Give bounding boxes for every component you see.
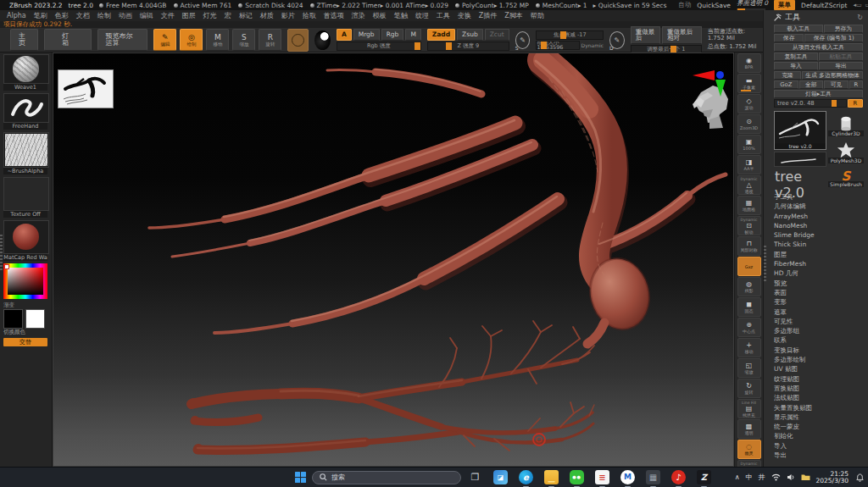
shelf-button[interactable]: ▩透明 xyxy=(737,419,761,439)
notification-bell-icon[interactable] xyxy=(854,473,865,483)
menu-item[interactable]: 纹理 xyxy=(415,11,429,20)
shelf-button[interactable]: Dynamic△透视 xyxy=(737,175,761,195)
subpalette-header[interactable]: 导入 xyxy=(774,441,863,451)
rgb-button[interactable]: Rgb xyxy=(381,29,404,41)
menu-item[interactable]: 图层 xyxy=(182,11,196,20)
refresh-icon[interactable]: ↻ xyxy=(857,14,863,21)
sphere-preview-button[interactable] xyxy=(314,30,331,50)
subpalette-header[interactable]: Thick Skin xyxy=(774,240,863,249)
tool-r-button[interactable]: R xyxy=(848,99,863,108)
subpalette-header[interactable]: Slime Bridge xyxy=(774,230,863,240)
main-color-swatch[interactable] xyxy=(3,309,23,329)
shelf-button[interactable]: Gxz xyxy=(737,257,761,276)
menu-item[interactable]: 色彩 xyxy=(55,11,69,20)
preview-boolean-button[interactable]: 预览布尔运算 xyxy=(97,29,148,51)
export-button[interactable]: 导出 xyxy=(819,62,863,70)
wifi-icon[interactable] xyxy=(771,473,781,481)
shelf-button[interactable]: ◱缩放 xyxy=(737,358,761,378)
subpalette-header[interactable]: 矢量置换贴图 xyxy=(774,403,863,412)
goz-button[interactable]: GoZ xyxy=(774,80,798,89)
menu-item[interactable]: 宏 xyxy=(225,11,231,20)
tray-grip-handle[interactable] xyxy=(0,235,3,272)
taskbar-app[interactable]: ≡ xyxy=(594,469,610,485)
subpalette-header[interactable]: UV 贴图 xyxy=(774,364,863,374)
paste-tool-button[interactable]: 粘贴工具 xyxy=(819,53,863,61)
recent-tool-simplebrush[interactable]: S SimpleBrush xyxy=(828,165,864,187)
clock[interactable]: 21:25 2025/3/30 xyxy=(816,471,849,484)
brush-selector[interactable]: Weave1 xyxy=(3,54,48,91)
lightbox-tool-button[interactable]: 灯箱▸工具 xyxy=(774,90,863,98)
subpalette-header[interactable]: 遮罩 xyxy=(774,307,863,317)
subpalette-header[interactable]: 变形 xyxy=(774,297,863,307)
menu-item[interactable]: 文档 xyxy=(76,11,90,20)
taskbar-app[interactable]: ❐ xyxy=(467,469,483,485)
taskbar-app[interactable]: ●● xyxy=(569,469,585,485)
search-input[interactable]: 搜索 xyxy=(312,471,461,484)
shelf-button[interactable]: ◌幽灵 xyxy=(737,440,761,459)
subpalette-header[interactable]: 多边形绘制 xyxy=(774,355,863,364)
menu-item[interactable]: 变换 xyxy=(458,11,471,20)
lightbox-button[interactable]: 灯箱 xyxy=(44,29,91,51)
taskbar-app[interactable]: e xyxy=(518,469,534,485)
import-button[interactable]: 导入 xyxy=(774,62,818,70)
menu-item[interactable]: 笔刷 xyxy=(34,11,47,20)
ime-mode-icon[interactable]: 井 xyxy=(759,473,765,482)
material-selector[interactable]: MatCap Red Wa xyxy=(3,220,48,261)
subpalette-header[interactable]: 多边形组 xyxy=(774,326,863,335)
mode-button[interactable]: M移动 xyxy=(206,29,229,51)
save-as-button[interactable]: 另存为 xyxy=(824,25,863,33)
shelf-button[interactable]: ▦地面格 xyxy=(737,196,761,215)
menu-item[interactable]: 绘制 xyxy=(97,11,111,20)
taskbar-app[interactable]: ▦ xyxy=(645,469,661,485)
selected-tool-thumbnail[interactable]: tree v2.0 xyxy=(774,111,826,150)
save-numbered-button[interactable]: 保存 (编号加 1) xyxy=(804,34,863,42)
menu-item[interactable]: 笔触 xyxy=(394,11,408,20)
clone-button[interactable]: 克隆 xyxy=(774,71,801,80)
menu-item[interactable]: Alpha xyxy=(7,12,26,19)
save-button[interactable]: 保存 xyxy=(774,34,804,42)
menu-item[interactable]: 模板 xyxy=(373,11,387,20)
mode-button[interactable]: ✎编辑 xyxy=(153,29,176,51)
shelf-button[interactable]: Dynamic⊡帧动 xyxy=(737,216,761,235)
dynamic-d-icon[interactable]: ✎D xyxy=(609,31,625,49)
subpalette-header[interactable]: HD 几何 xyxy=(774,268,863,278)
active-tool-slider[interactable]: tree v2.0. 48 xyxy=(774,99,847,108)
menu-item[interactable]: 工具 xyxy=(437,11,450,20)
shelf-button[interactable]: Line Fill▤线填充 xyxy=(737,399,761,418)
saturation-value-area[interactable] xyxy=(8,268,43,295)
subpalette-header[interactable]: 纹理贴图 xyxy=(774,374,863,384)
goz-visible-button[interactable]: 可见 xyxy=(824,80,849,89)
menu-button[interactable]: 菜单 xyxy=(774,0,795,10)
shelf-button[interactable]: ◼固态 xyxy=(737,297,761,317)
quicksave-button[interactable]: QuickSave xyxy=(697,2,731,9)
menu-item[interactable]: Z脚本 xyxy=(504,11,522,20)
ime-indicator[interactable]: 中 xyxy=(746,473,753,482)
menu-item[interactable]: 帮助 xyxy=(531,11,544,20)
load-from-project-button[interactable]: 从项目文件载入工具 xyxy=(774,43,863,52)
menu-item[interactable]: 动画 xyxy=(119,11,132,20)
dock-grip-handle[interactable] xyxy=(764,246,766,283)
m-button[interactable]: M xyxy=(405,29,420,41)
recent-tool-tree[interactable]: tree v2.0 xyxy=(774,152,826,167)
subpalette-header[interactable]: 图层 xyxy=(774,250,863,259)
subpalette-header[interactable]: ArrayMesh xyxy=(774,212,863,221)
goz-all-button[interactable]: 全部 xyxy=(799,80,824,89)
menu-item[interactable]: 标记 xyxy=(239,11,253,20)
zsub-button[interactable]: Zsub xyxy=(457,29,483,41)
shelf-button[interactable]: ⊙Zoom3D xyxy=(737,114,761,134)
secondary-color-swatch[interactable] xyxy=(25,309,45,329)
menu-item[interactable]: 渲染 xyxy=(352,11,365,20)
shelf-button[interactable]: ◍残影 xyxy=(737,277,761,296)
texture-selector[interactable]: Texture Off xyxy=(3,177,48,218)
load-tool-button[interactable]: 载入工具 xyxy=(774,25,823,33)
subpalette-header[interactable]: 联系 xyxy=(774,335,863,345)
taskbar-app[interactable]: M xyxy=(620,469,636,485)
alpha-selector[interactable]: ~BrushAlpha xyxy=(3,132,48,174)
subpalette-header[interactable]: NanoMesh xyxy=(774,221,863,230)
shelf-button[interactable]: ◉BPR xyxy=(737,53,761,73)
shelf-button[interactable]: ▣100% xyxy=(737,135,761,154)
subpalette-header[interactable]: 几何体编辑 xyxy=(774,202,863,211)
focal-shift-slider[interactable]: 焦点衰减 -17 xyxy=(536,30,604,40)
alternate-button[interactable]: 交替 xyxy=(3,338,47,346)
mode-button[interactable]: S缩放 xyxy=(232,29,255,51)
